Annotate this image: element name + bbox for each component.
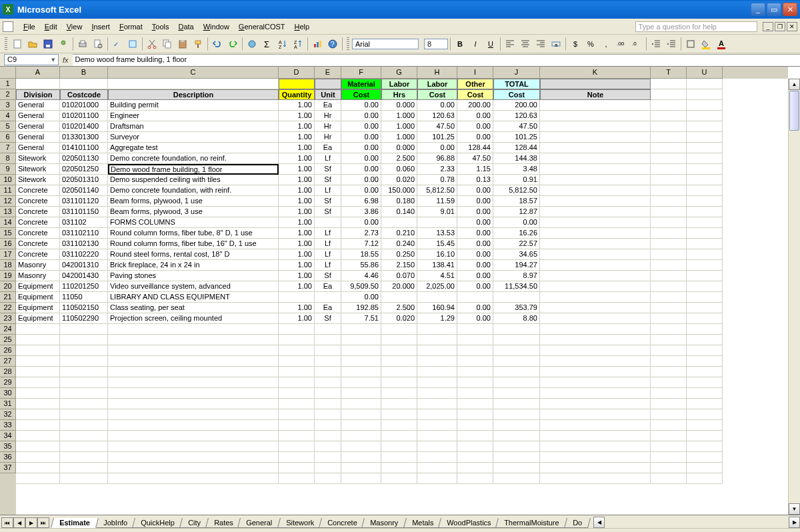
cell[interactable]: 0.00 bbox=[341, 217, 381, 228]
column-header-H[interactable]: H bbox=[417, 67, 457, 79]
cell[interactable] bbox=[687, 132, 723, 143]
row-header-20[interactable]: 20 bbox=[0, 281, 16, 292]
cell[interactable] bbox=[279, 409, 315, 420]
cell[interactable]: Demo concrete foundation, with reinf. bbox=[108, 185, 279, 196]
row-header-30[interactable]: 30 bbox=[0, 388, 16, 399]
cell[interactable]: 010201000 bbox=[60, 100, 108, 111]
cell[interactable] bbox=[493, 420, 540, 431]
font-color-icon[interactable]: A bbox=[714, 37, 729, 51]
cell[interactable]: Cost bbox=[341, 89, 381, 100]
cell[interactable] bbox=[687, 79, 723, 89]
cell[interactable] bbox=[457, 463, 493, 473]
cell[interactable]: 1.00 bbox=[279, 303, 315, 313]
cell[interactable]: 0.00 bbox=[457, 303, 493, 313]
cell[interactable] bbox=[315, 345, 341, 356]
cell[interactable] bbox=[417, 441, 457, 452]
cell[interactable]: 0.00 bbox=[457, 239, 493, 249]
cell[interactable] bbox=[108, 324, 279, 335]
menu-generalcost[interactable]: GeneralCOST bbox=[234, 21, 290, 32]
column-header-J[interactable]: J bbox=[493, 67, 540, 79]
cell[interactable] bbox=[279, 377, 315, 388]
sort-asc-icon[interactable]: AZ bbox=[275, 37, 290, 51]
cell[interactable] bbox=[60, 409, 108, 420]
sheet-tab-concrete[interactable]: Concrete bbox=[319, 518, 366, 528]
cell[interactable] bbox=[540, 239, 651, 249]
cell[interactable] bbox=[60, 367, 108, 377]
cell[interactable] bbox=[493, 388, 540, 399]
cell[interactable] bbox=[315, 335, 341, 345]
cell[interactable] bbox=[457, 345, 493, 356]
cell[interactable] bbox=[381, 388, 417, 399]
cell[interactable] bbox=[341, 356, 381, 367]
column-header-K[interactable]: K bbox=[540, 67, 651, 79]
cell[interactable]: 47.50 bbox=[457, 153, 493, 164]
cell[interactable] bbox=[651, 463, 687, 473]
cell[interactable]: Sf bbox=[315, 313, 341, 324]
cell[interactable]: 12.87 bbox=[493, 207, 540, 217]
cell[interactable]: 1.00 bbox=[279, 260, 315, 271]
cell[interactable]: 200.00 bbox=[457, 100, 493, 111]
menu-file[interactable]: File bbox=[19, 21, 40, 32]
cell[interactable] bbox=[315, 217, 341, 228]
cell[interactable]: Ea bbox=[315, 100, 341, 111]
cell[interactable] bbox=[540, 249, 651, 260]
cell[interactable] bbox=[417, 324, 457, 335]
row-header-11[interactable]: 11 bbox=[0, 185, 16, 196]
cell[interactable] bbox=[540, 79, 651, 89]
cell[interactable] bbox=[651, 452, 687, 463]
cell[interactable]: 1.000 bbox=[381, 111, 417, 121]
cell[interactable] bbox=[540, 132, 651, 143]
cell[interactable]: 101.25 bbox=[417, 132, 457, 143]
cell[interactable]: 1.00 bbox=[279, 228, 315, 239]
cell[interactable]: 1.00 bbox=[279, 196, 315, 207]
cell[interactable] bbox=[651, 164, 687, 175]
cell[interactable]: 1.00 bbox=[279, 111, 315, 121]
cell[interactable] bbox=[651, 335, 687, 345]
cell[interactable] bbox=[60, 377, 108, 388]
cell[interactable] bbox=[687, 217, 723, 228]
cell[interactable] bbox=[651, 196, 687, 207]
cell[interactable] bbox=[540, 228, 651, 239]
cell[interactable] bbox=[16, 452, 60, 463]
cell[interactable] bbox=[108, 79, 279, 89]
cell[interactable] bbox=[540, 281, 651, 292]
cell[interactable] bbox=[60, 399, 108, 409]
cell[interactable] bbox=[540, 431, 651, 441]
cell[interactable]: 013301300 bbox=[60, 132, 108, 143]
cell[interactable]: 6.98 bbox=[341, 196, 381, 207]
row-header-36[interactable]: 36 bbox=[0, 452, 16, 463]
cell[interactable] bbox=[16, 431, 60, 441]
row-header-2[interactable]: 2 bbox=[0, 89, 16, 100]
cell[interactable]: Engineer bbox=[108, 111, 279, 121]
cell[interactable] bbox=[540, 335, 651, 345]
cell[interactable] bbox=[60, 79, 108, 89]
cell[interactable]: 042001310 bbox=[60, 260, 108, 271]
cell[interactable] bbox=[540, 292, 651, 303]
cell[interactable] bbox=[687, 324, 723, 335]
cell[interactable]: 2.500 bbox=[381, 153, 417, 164]
cell[interactable] bbox=[457, 292, 493, 303]
cell[interactable]: 47.50 bbox=[493, 121, 540, 132]
cell[interactable] bbox=[341, 463, 381, 473]
cell[interactable] bbox=[651, 367, 687, 377]
formula-input[interactable]: Demo wood frame building, 1 floor bbox=[73, 54, 800, 66]
cell[interactable]: Hr bbox=[315, 121, 341, 132]
cell[interactable] bbox=[315, 431, 341, 441]
cell[interactable] bbox=[341, 452, 381, 463]
cell[interactable] bbox=[651, 303, 687, 313]
cell[interactable]: 16.26 bbox=[493, 228, 540, 239]
sheet-tab-masonry[interactable]: Masonry bbox=[361, 518, 407, 528]
cell[interactable]: 101.25 bbox=[493, 132, 540, 143]
cell[interactable] bbox=[381, 292, 417, 303]
cell[interactable]: Unit bbox=[315, 89, 341, 100]
research-icon[interactable] bbox=[125, 37, 140, 51]
column-header-I[interactable]: I bbox=[457, 67, 493, 79]
cell[interactable] bbox=[108, 452, 279, 463]
cell[interactable] bbox=[687, 420, 723, 431]
cell[interactable]: 20.000 bbox=[381, 281, 417, 292]
cell[interactable] bbox=[16, 356, 60, 367]
fx-icon[interactable]: fx bbox=[63, 56, 69, 64]
cell[interactable]: 96.88 bbox=[417, 153, 457, 164]
cell[interactable] bbox=[651, 388, 687, 399]
cell[interactable]: Concrete bbox=[16, 217, 60, 228]
